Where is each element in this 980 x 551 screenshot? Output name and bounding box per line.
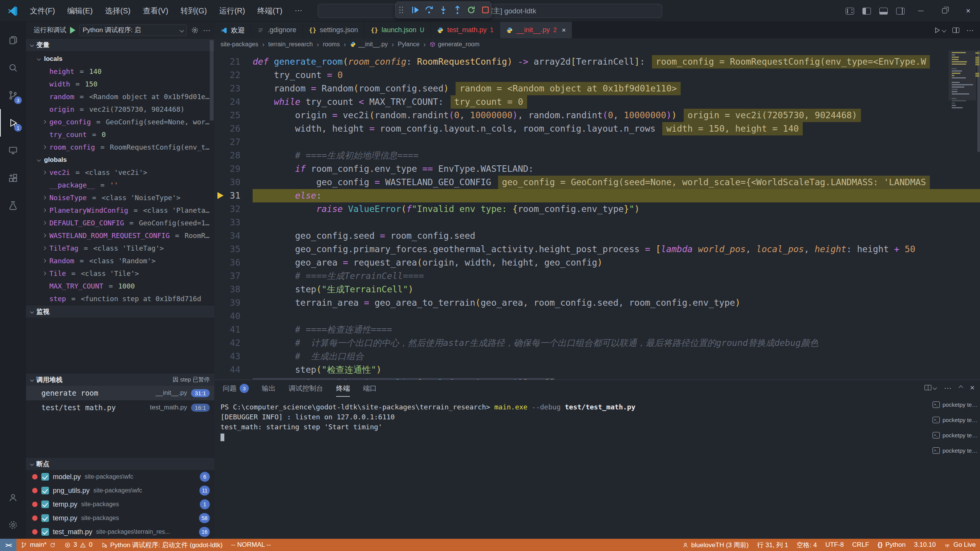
statusbar-go-live[interactable]: Go Live: [940, 539, 980, 551]
breadcrumb-item[interactable]: __init__.py: [350, 41, 388, 48]
breakpoint-row[interactable]: temp.pysite-packages58: [26, 511, 214, 525]
restart-button[interactable]: [466, 4, 477, 16]
breakpoints-section-header[interactable]: 断点: [26, 457, 214, 470]
tab-[interactable]: 欢迎: [214, 22, 251, 38]
continue-button[interactable]: [410, 4, 421, 16]
step-over-button[interactable]: [423, 4, 435, 16]
sidebar-scrollbar[interactable]: [210, 40, 214, 121]
variable-row[interactable]: vec2i=<class 'vec2i'>: [26, 166, 214, 179]
tab-settings.json[interactable]: {}settings.json: [303, 22, 364, 38]
menu-item-7[interactable]: ···: [289, 3, 309, 18]
variable-row[interactable]: WASTELAND_ROOM_REQUEST_CONFIG=RoomR…: [26, 229, 214, 242]
minimap-slider[interactable]: [949, 51, 976, 100]
statusbar-indentation[interactable]: 空格: 4: [792, 539, 821, 551]
variable-row[interactable]: try_count=0: [26, 128, 214, 141]
breakpoint-row[interactable]: model.pysite-packages\wfc6: [26, 470, 214, 484]
breakpoint-checkbox[interactable]: [41, 528, 49, 536]
callstack-frame[interactable]: generate_room__init__.py31:1: [26, 386, 214, 400]
variable-row[interactable]: PlanetaryWindConfig=<class 'Planeta…: [26, 204, 214, 217]
statusbar-vim-mode[interactable]: -- NORMAL --: [227, 539, 275, 551]
variable-row[interactable]: origin=vec2i(7205730, 9024468): [26, 103, 214, 116]
breadcrumb-item[interactable]: generate_room: [430, 41, 480, 48]
toggle-sidebar-icon[interactable]: [862, 8, 871, 15]
variables-group-globals[interactable]: globals: [26, 153, 214, 166]
terminal-instance[interactable]: >_pocketpy te…: [930, 398, 980, 411]
step-out-button[interactable]: [451, 4, 463, 16]
statusbar-eol[interactable]: CRLF: [848, 539, 873, 551]
terminal-instance[interactable]: >_pocketpy te…: [930, 444, 980, 456]
statusbar-language-mode[interactable]: {}Python: [874, 539, 910, 551]
more-actions-icon[interactable]: ···: [203, 26, 211, 34]
menu-item-3[interactable]: 查看(V): [137, 3, 175, 18]
menu-item-2[interactable]: 选择(S): [99, 3, 137, 18]
debug-config-dropdown[interactable]: Python 调试程序: 启: [79, 24, 187, 36]
menu-item-5[interactable]: 运行(R): [213, 3, 251, 18]
statusbar-problems[interactable]: 30: [60, 539, 97, 551]
split-terminal-button[interactable]: [924, 385, 936, 390]
breadcrumb-item[interactable]: site-packages: [220, 41, 258, 48]
tab-__init__.py[interactable]: __init__.py2×: [500, 22, 572, 38]
callstack-frame[interactable]: test/test_math.pytest_math.py16:1: [26, 400, 214, 415]
maximize-panel-icon[interactable]: [959, 385, 963, 390]
statusbar-remote-indicator[interactable]: ><: [0, 539, 16, 551]
menu-item-1[interactable]: 编辑(E): [61, 3, 99, 18]
activity-source-control[interactable]: 3: [0, 82, 26, 109]
variable-row[interactable]: NoiseType=<class 'NoiseType'>: [26, 191, 214, 204]
activity-search[interactable]: [0, 54, 26, 82]
variables-section-header[interactable]: 变量: [26, 38, 214, 51]
statusbar-cursor-position[interactable]: 行 31, 列 1: [753, 539, 792, 551]
code-editor[interactable]: 21def generate_room(room_config: RoomReq…: [214, 51, 980, 380]
breadcrumb-item[interactable]: rooms: [323, 41, 340, 48]
close-panel-icon[interactable]: ×: [970, 383, 975, 392]
activity-settings[interactable]: [0, 511, 26, 539]
variable-row[interactable]: Tile=<class 'Tile'>: [26, 267, 214, 280]
stop-button[interactable]: [479, 4, 491, 16]
watch-section-header[interactable]: 监视: [26, 305, 214, 318]
breakpoint-row[interactable]: png_utils.pysite-packages\wfc11: [26, 484, 214, 497]
activity-explorer[interactable]: [0, 26, 26, 54]
panel-tab-调试控制台[interactable]: 调试控制台: [289, 380, 323, 397]
breadcrumb-item[interactable]: terrain_research: [268, 41, 313, 48]
panel-tab-问题[interactable]: 问题3: [223, 380, 249, 397]
activity-extensions[interactable]: [0, 164, 26, 192]
panel-more-actions-icon[interactable]: ···: [944, 383, 952, 392]
menu-item-4[interactable]: 转到(G): [175, 3, 213, 18]
variable-row[interactable]: geo_config=GeoConfig(seed=None, wor…: [26, 116, 214, 128]
customize-layout-icon[interactable]: [846, 8, 854, 15]
activity-run-and-debug[interactable]: 1: [0, 109, 26, 137]
variable-row[interactable]: TileTag=<class 'TileTag'>: [26, 242, 214, 254]
drag-handle-button[interactable]: [395, 4, 407, 16]
statusbar-git-branch[interactable]: main*: [16, 539, 60, 551]
window-minimize-button[interactable]: [909, 0, 933, 22]
statusbar-encoding[interactable]: UTF-8: [821, 539, 848, 551]
variable-row[interactable]: random=<Random object at 0x1bf9d01e…: [26, 90, 214, 103]
menu-item-0[interactable]: 文件(F): [24, 3, 61, 18]
breakpoint-checkbox[interactable]: [41, 487, 49, 494]
panel-tab-端口[interactable]: 端口: [363, 380, 377, 397]
activity-remote-explorer[interactable]: [0, 137, 26, 164]
run-python-file-button[interactable]: [933, 26, 946, 34]
menu-item-6[interactable]: 终端(T): [251, 3, 289, 18]
start-debug-button[interactable]: [70, 27, 75, 34]
variable-row[interactable]: room_config=RoomRequestConfig(env_t…: [26, 141, 214, 153]
variable-row[interactable]: width=150: [26, 78, 214, 90]
terminal-instance[interactable]: >_pocketpy te…: [930, 414, 980, 426]
breakpoint-checkbox[interactable]: [41, 473, 49, 481]
statusbar-python-version[interactable]: 3.10.10: [910, 539, 940, 551]
tab-launch.json[interactable]: {}launch.jsonU: [364, 22, 431, 38]
editor-more-actions-icon[interactable]: ···: [966, 26, 974, 34]
step-into-button[interactable]: [438, 4, 449, 16]
variable-row[interactable]: __package__='': [26, 179, 214, 191]
panel-tab-终端[interactable]: 终端: [336, 380, 350, 397]
gear-icon[interactable]: [191, 26, 199, 34]
activity-accounts[interactable]: [0, 484, 26, 511]
terminal-instance[interactable]: >_pocketpy te…: [930, 429, 980, 441]
breakpoint-checkbox[interactable]: [41, 500, 49, 508]
variable-row[interactable]: DEFAULT_GEO_CONFIG=GeoConfig(seed=1…: [26, 217, 214, 229]
statusbar-gitlens-author[interactable]: blueloveTH (3 周前): [678, 539, 753, 551]
activity-testing[interactable]: [0, 192, 26, 219]
variables-group-locals[interactable]: locals: [26, 52, 214, 65]
breakpoint-checkbox[interactable]: [41, 514, 49, 522]
variable-row[interactable]: height=140: [26, 65, 214, 78]
statusbar-debug-config[interactable]: Python 调试程序: 启动文件 (godot-ldtk): [97, 539, 227, 551]
